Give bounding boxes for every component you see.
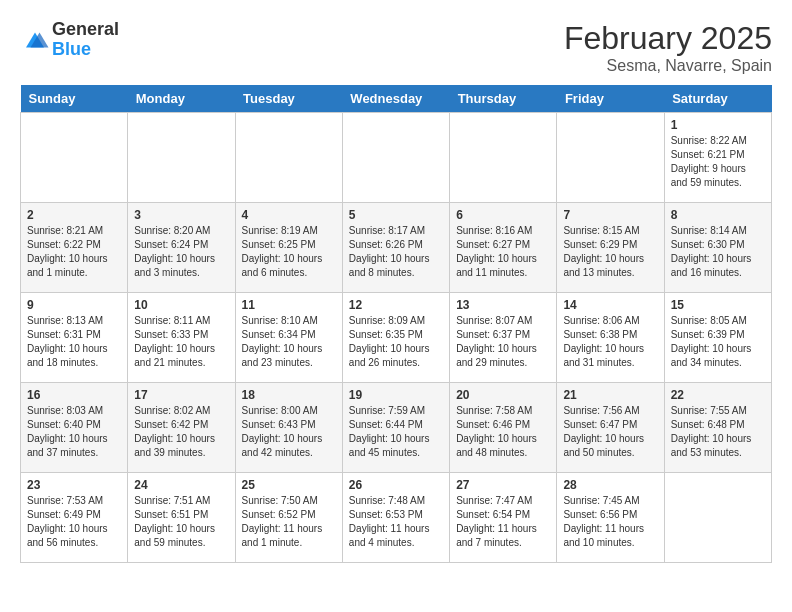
day-number: 16 <box>27 388 121 402</box>
day-info: Sunrise: 8:02 AM Sunset: 6:42 PM Dayligh… <box>134 404 228 460</box>
day-number: 25 <box>242 478 336 492</box>
weekday-header-wednesday: Wednesday <box>342 85 449 113</box>
calendar-cell: 12Sunrise: 8:09 AM Sunset: 6:35 PM Dayli… <box>342 293 449 383</box>
calendar-week-row: 1Sunrise: 8:22 AM Sunset: 6:21 PM Daylig… <box>21 113 772 203</box>
day-info: Sunrise: 8:19 AM Sunset: 6:25 PM Dayligh… <box>242 224 336 280</box>
calendar-cell: 8Sunrise: 8:14 AM Sunset: 6:30 PM Daylig… <box>664 203 771 293</box>
day-info: Sunrise: 7:45 AM Sunset: 6:56 PM Dayligh… <box>563 494 657 550</box>
calendar-cell: 14Sunrise: 8:06 AM Sunset: 6:38 PM Dayli… <box>557 293 664 383</box>
day-info: Sunrise: 7:59 AM Sunset: 6:44 PM Dayligh… <box>349 404 443 460</box>
weekday-header-tuesday: Tuesday <box>235 85 342 113</box>
day-info: Sunrise: 7:56 AM Sunset: 6:47 PM Dayligh… <box>563 404 657 460</box>
day-number: 8 <box>671 208 765 222</box>
calendar-cell: 6Sunrise: 8:16 AM Sunset: 6:27 PM Daylig… <box>450 203 557 293</box>
calendar-cell <box>235 113 342 203</box>
day-info: Sunrise: 8:00 AM Sunset: 6:43 PM Dayligh… <box>242 404 336 460</box>
weekday-header-friday: Friday <box>557 85 664 113</box>
day-number: 2 <box>27 208 121 222</box>
day-info: Sunrise: 7:47 AM Sunset: 6:54 PM Dayligh… <box>456 494 550 550</box>
calendar-cell: 13Sunrise: 8:07 AM Sunset: 6:37 PM Dayli… <box>450 293 557 383</box>
day-number: 9 <box>27 298 121 312</box>
day-number: 1 <box>671 118 765 132</box>
day-info: Sunrise: 8:07 AM Sunset: 6:37 PM Dayligh… <box>456 314 550 370</box>
day-number: 17 <box>134 388 228 402</box>
calendar-cell: 19Sunrise: 7:59 AM Sunset: 6:44 PM Dayli… <box>342 383 449 473</box>
title-block: February 2025 Sesma, Navarre, Spain <box>564 20 772 75</box>
day-number: 20 <box>456 388 550 402</box>
day-number: 3 <box>134 208 228 222</box>
day-info: Sunrise: 7:50 AM Sunset: 6:52 PM Dayligh… <box>242 494 336 550</box>
day-number: 23 <box>27 478 121 492</box>
day-number: 10 <box>134 298 228 312</box>
calendar-cell: 1Sunrise: 8:22 AM Sunset: 6:21 PM Daylig… <box>664 113 771 203</box>
calendar-cell: 15Sunrise: 8:05 AM Sunset: 6:39 PM Dayli… <box>664 293 771 383</box>
day-number: 14 <box>563 298 657 312</box>
day-info: Sunrise: 8:11 AM Sunset: 6:33 PM Dayligh… <box>134 314 228 370</box>
day-info: Sunrise: 8:14 AM Sunset: 6:30 PM Dayligh… <box>671 224 765 280</box>
location-title: Sesma, Navarre, Spain <box>564 57 772 75</box>
day-info: Sunrise: 8:09 AM Sunset: 6:35 PM Dayligh… <box>349 314 443 370</box>
day-info: Sunrise: 7:55 AM Sunset: 6:48 PM Dayligh… <box>671 404 765 460</box>
calendar-cell <box>450 113 557 203</box>
calendar-cell: 5Sunrise: 8:17 AM Sunset: 6:26 PM Daylig… <box>342 203 449 293</box>
day-info: Sunrise: 7:58 AM Sunset: 6:46 PM Dayligh… <box>456 404 550 460</box>
weekday-header-saturday: Saturday <box>664 85 771 113</box>
month-title: February 2025 <box>564 20 772 57</box>
calendar-cell: 4Sunrise: 8:19 AM Sunset: 6:25 PM Daylig… <box>235 203 342 293</box>
calendar-cell: 25Sunrise: 7:50 AM Sunset: 6:52 PM Dayli… <box>235 473 342 563</box>
calendar-cell: 10Sunrise: 8:11 AM Sunset: 6:33 PM Dayli… <box>128 293 235 383</box>
day-info: Sunrise: 8:10 AM Sunset: 6:34 PM Dayligh… <box>242 314 336 370</box>
weekday-header-monday: Monday <box>128 85 235 113</box>
day-number: 6 <box>456 208 550 222</box>
calendar-cell: 9Sunrise: 8:13 AM Sunset: 6:31 PM Daylig… <box>21 293 128 383</box>
calendar-cell <box>557 113 664 203</box>
calendar-week-row: 9Sunrise: 8:13 AM Sunset: 6:31 PM Daylig… <box>21 293 772 383</box>
calendar-cell: 18Sunrise: 8:00 AM Sunset: 6:43 PM Dayli… <box>235 383 342 473</box>
day-info: Sunrise: 8:22 AM Sunset: 6:21 PM Dayligh… <box>671 134 765 190</box>
day-info: Sunrise: 8:05 AM Sunset: 6:39 PM Dayligh… <box>671 314 765 370</box>
calendar-cell: 3Sunrise: 8:20 AM Sunset: 6:24 PM Daylig… <box>128 203 235 293</box>
calendar-cell <box>342 113 449 203</box>
logo-general-text: General <box>52 20 119 40</box>
day-info: Sunrise: 7:48 AM Sunset: 6:53 PM Dayligh… <box>349 494 443 550</box>
calendar-cell: 26Sunrise: 7:48 AM Sunset: 6:53 PM Dayli… <box>342 473 449 563</box>
calendar-cell <box>21 113 128 203</box>
day-number: 18 <box>242 388 336 402</box>
day-number: 24 <box>134 478 228 492</box>
day-number: 27 <box>456 478 550 492</box>
calendar-header-row: SundayMondayTuesdayWednesdayThursdayFrid… <box>21 85 772 113</box>
calendar-cell: 20Sunrise: 7:58 AM Sunset: 6:46 PM Dayli… <box>450 383 557 473</box>
calendar-cell <box>128 113 235 203</box>
day-info: Sunrise: 7:53 AM Sunset: 6:49 PM Dayligh… <box>27 494 121 550</box>
day-info: Sunrise: 8:03 AM Sunset: 6:40 PM Dayligh… <box>27 404 121 460</box>
logo-text: General Blue <box>52 20 119 60</box>
day-number: 11 <box>242 298 336 312</box>
day-number: 15 <box>671 298 765 312</box>
page-header: General Blue February 2025 Sesma, Navarr… <box>20 20 772 75</box>
calendar-cell: 2Sunrise: 8:21 AM Sunset: 6:22 PM Daylig… <box>21 203 128 293</box>
logo-blue-text: Blue <box>52 40 119 60</box>
calendar-cell: 16Sunrise: 8:03 AM Sunset: 6:40 PM Dayli… <box>21 383 128 473</box>
day-number: 5 <box>349 208 443 222</box>
calendar-cell: 28Sunrise: 7:45 AM Sunset: 6:56 PM Dayli… <box>557 473 664 563</box>
calendar-cell: 24Sunrise: 7:51 AM Sunset: 6:51 PM Dayli… <box>128 473 235 563</box>
day-number: 26 <box>349 478 443 492</box>
day-number: 13 <box>456 298 550 312</box>
weekday-header-thursday: Thursday <box>450 85 557 113</box>
day-number: 4 <box>242 208 336 222</box>
day-info: Sunrise: 7:51 AM Sunset: 6:51 PM Dayligh… <box>134 494 228 550</box>
calendar-cell: 22Sunrise: 7:55 AM Sunset: 6:48 PM Dayli… <box>664 383 771 473</box>
day-number: 7 <box>563 208 657 222</box>
day-number: 21 <box>563 388 657 402</box>
calendar-cell: 7Sunrise: 8:15 AM Sunset: 6:29 PM Daylig… <box>557 203 664 293</box>
calendar-table: SundayMondayTuesdayWednesdayThursdayFrid… <box>20 85 772 563</box>
calendar-cell: 21Sunrise: 7:56 AM Sunset: 6:47 PM Dayli… <box>557 383 664 473</box>
day-number: 28 <box>563 478 657 492</box>
day-info: Sunrise: 8:06 AM Sunset: 6:38 PM Dayligh… <box>563 314 657 370</box>
day-info: Sunrise: 8:20 AM Sunset: 6:24 PM Dayligh… <box>134 224 228 280</box>
day-number: 19 <box>349 388 443 402</box>
day-info: Sunrise: 8:21 AM Sunset: 6:22 PM Dayligh… <box>27 224 121 280</box>
day-info: Sunrise: 8:17 AM Sunset: 6:26 PM Dayligh… <box>349 224 443 280</box>
logo: General Blue <box>20 20 119 60</box>
calendar-week-row: 23Sunrise: 7:53 AM Sunset: 6:49 PM Dayli… <box>21 473 772 563</box>
